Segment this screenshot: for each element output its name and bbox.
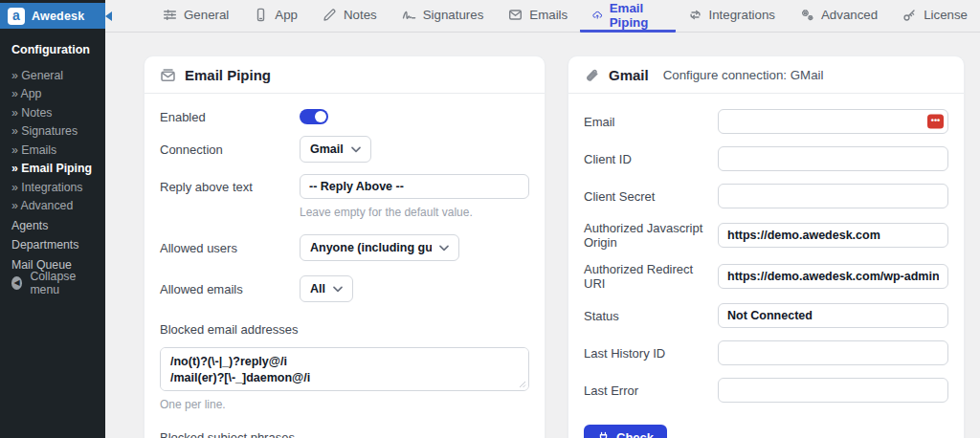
awedesk-logo-icon: a: [8, 8, 25, 25]
signature-icon: [402, 8, 416, 22]
redirect-uri-input[interactable]: [718, 264, 948, 289]
tab-license[interactable]: License: [890, 0, 980, 33]
tab-app[interactable]: App: [241, 0, 310, 33]
email-piping-form: Enabled Connection Gmail Reply above tex…: [145, 94, 545, 438]
tab-integrations[interactable]: Integrations: [676, 0, 788, 33]
chevron-down-icon: [439, 245, 449, 252]
sidebar-brand[interactable]: a Awedesk: [0, 3, 105, 29]
status-row: Status: [584, 303, 948, 328]
chevron-down-icon: [333, 286, 343, 293]
reply-above-row: Reply above text Leave empty for the def…: [160, 174, 529, 219]
gmail-form: Email ••• Client ID Client Secret Author…: [568, 94, 964, 438]
tab-label: Signatures: [423, 8, 484, 22]
last-error-row: Last Error: [584, 378, 948, 403]
tab-label: Advanced: [821, 8, 878, 22]
sidebar-menu: Configuration » General » App » Notes » …: [0, 29, 105, 274]
allowed-users-row: Allowed users Anyone (including guest us…: [160, 234, 529, 261]
sidebar-item-signatures[interactable]: » Signatures: [11, 122, 100, 142]
mail-stack-icon: [160, 67, 176, 83]
main-area: General App Notes Signatures Emails Emai…: [105, 0, 980, 438]
client-secret-input[interactable]: [718, 184, 948, 208]
sidebar-item-departments[interactable]: Departments: [11, 236, 100, 255]
cogs-icon: [800, 8, 814, 22]
tab-label: Integrations: [709, 8, 775, 22]
password-manager-icon[interactable]: •••: [927, 115, 944, 129]
allowed-emails-label: Allowed emails: [160, 282, 300, 296]
blocked-emails-help: One per line.: [160, 398, 529, 411]
collapse-menu-label: Collapse menu: [30, 270, 94, 296]
tab-label: Email Piping: [610, 1, 663, 30]
blocked-emails-textarea[interactable]: /no(t)?(\-|_)?reply@/i /mail(er)?[\-_]da…: [160, 347, 529, 391]
sidebar-section-configuration[interactable]: Configuration: [11, 41, 100, 60]
card-title: Email Piping: [185, 67, 271, 83]
sidebar-item-emails[interactable]: » Emails: [11, 142, 100, 161]
tab-email-piping[interactable]: Email Piping: [580, 0, 675, 33]
enabled-toggle[interactable]: [300, 109, 328, 124]
last-history-id-input[interactable]: [718, 340, 948, 365]
reply-above-input[interactable]: [300, 174, 529, 199]
sidebar-item-agents[interactable]: Agents: [11, 217, 100, 236]
tab-label: License: [924, 8, 968, 22]
client-secret-row: Client Secret: [584, 184, 948, 208]
tab-label: Emails: [529, 8, 568, 22]
resize-handle-icon[interactable]: [519, 381, 526, 388]
collapse-menu-button[interactable]: ◀ Collapse menu: [0, 262, 105, 304]
connection-value: Gmail: [310, 142, 344, 156]
connection-label: Connection: [160, 142, 300, 157]
tab-label: Notes: [344, 8, 377, 22]
connection-select[interactable]: Gmail: [300, 136, 371, 163]
reply-above-label: Reply above text: [160, 180, 300, 194]
allowed-users-value: Anyone (including guest user: [310, 241, 432, 254]
enabled-label: Enabled: [160, 110, 300, 124]
smartphone-icon: [254, 8, 268, 22]
redirect-uri-row: Authorized Redirect URI: [584, 262, 948, 291]
sidebar-item-advanced[interactable]: » Advanced: [11, 197, 100, 216]
check-button[interactable]: Check: [584, 425, 667, 438]
card-title: Gmail: [609, 67, 649, 83]
pen-icon: [323, 8, 337, 22]
allowed-emails-select[interactable]: All: [300, 275, 353, 302]
collapse-arrow-icon: ◀: [11, 276, 22, 290]
email-piping-card-header: Email Piping: [145, 56, 545, 94]
js-origin-row: Authorized Javascript Origin: [584, 221, 948, 250]
tab-signatures[interactable]: Signatures: [390, 0, 497, 33]
email-row: Email •••: [584, 109, 948, 134]
js-origin-input[interactable]: [718, 223, 948, 248]
last-history-id-label: Last History ID: [584, 346, 718, 361]
gmail-card: Gmail Configure connection: GMail Email …: [568, 55, 965, 438]
content-area: Email Piping Enabled Connection Gmail: [105, 33, 980, 438]
last-error-input[interactable]: [718, 378, 948, 403]
blocked-emails-label: Blocked email addresses: [160, 322, 529, 337]
blocked-subjects-label: Blocked subject phrases: [160, 430, 529, 438]
client-id-input[interactable]: [718, 146, 948, 171]
sidebar-item-integrations[interactable]: » Integrations: [11, 179, 100, 198]
tab-label: App: [275, 8, 298, 22]
last-history-id-row: Last History ID: [584, 340, 948, 365]
sliders-icon: [163, 8, 177, 22]
client-id-label: Client ID: [584, 152, 718, 166]
tab-advanced[interactable]: Advanced: [788, 0, 890, 33]
sidebar-item-general[interactable]: » General: [11, 67, 100, 86]
tab-notes[interactable]: Notes: [310, 0, 390, 33]
allowed-users-select[interactable]: Anyone (including guest user: [300, 234, 459, 261]
tab-general[interactable]: General: [150, 0, 241, 33]
reply-above-help: Leave empty for the default value.: [300, 206, 529, 219]
status-label: Status: [584, 309, 718, 323]
blocked-subjects-row: Blocked subject phrases /^[\[\(]?Auto(ma…: [160, 430, 529, 438]
allowed-users-label: Allowed users: [160, 241, 300, 255]
envelope-icon: [508, 8, 523, 22]
sidebar-item-app[interactable]: » App: [11, 85, 100, 104]
connection-row: Connection Gmail: [160, 136, 529, 163]
toggle-knob: [315, 111, 326, 122]
tab-emails[interactable]: Emails: [496, 0, 580, 33]
sidebar-item-email-piping[interactable]: » Email Piping: [11, 160, 100, 179]
sidebar-item-notes[interactable]: » Notes: [11, 104, 100, 123]
email-input[interactable]: [718, 109, 948, 134]
cloud-upload-icon: [592, 8, 602, 22]
email-piping-card: Email Piping Enabled Connection Gmail: [144, 55, 546, 438]
shuffle-icon: [688, 8, 702, 22]
paperclip-icon: [584, 67, 600, 83]
chevron-down-icon: [351, 146, 361, 153]
status-input[interactable]: [718, 303, 948, 328]
tab-label: General: [184, 8, 229, 22]
